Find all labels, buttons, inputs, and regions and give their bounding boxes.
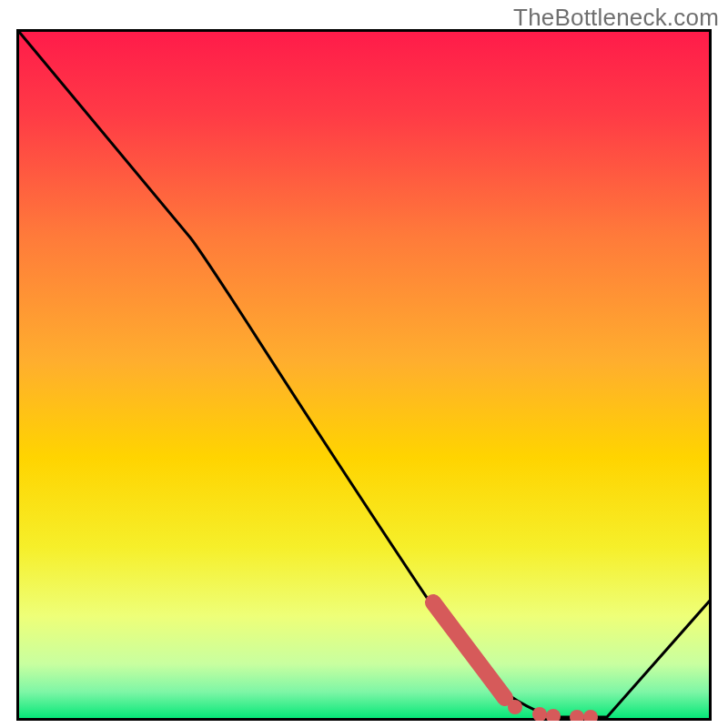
marker-dot [508, 700, 522, 714]
chart-stage: TheBottleneck.com [0, 0, 728, 728]
gradient-background [18, 31, 711, 720]
bottleneck-chart [16, 29, 712, 721]
watermark-text: TheBottleneck.com [513, 4, 719, 32]
